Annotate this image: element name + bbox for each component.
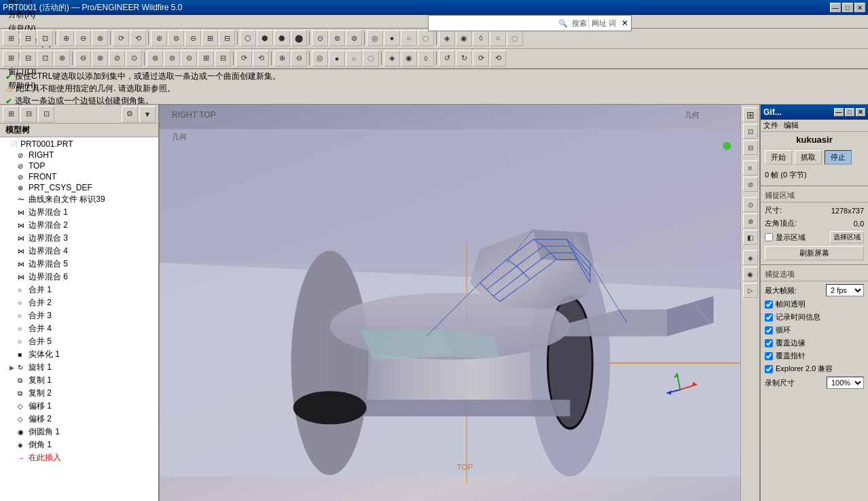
toolbar2-btn-29[interactable]: ◊ — [418, 50, 434, 67]
tree-item-17[interactable]: ■实体化 1 — [1, 348, 157, 361]
rp-menu-edit[interactable]: 编辑 — [784, 120, 799, 131]
tree-item-19[interactable]: ⧉复制 1 — [1, 374, 157, 387]
search-icon[interactable]: 🔍 — [556, 19, 571, 28]
rp-select-area-btn[interactable]: 选择区域 — [830, 231, 864, 243]
rp-record-size-select[interactable]: 100%75%50% — [827, 377, 864, 389]
rtb-btn-6[interactable]: ⊙ — [743, 197, 758, 212]
rp-loop-checkbox[interactable] — [765, 326, 773, 334]
toolbar1-btn-9[interactable]: ⟲ — [130, 30, 146, 46]
tree-item-10[interactable]: ⋈边界混合 5 — [1, 258, 157, 271]
rp-pause-btn[interactable]: 抓取 — [795, 150, 822, 165]
rp-refresh-btn[interactable]: 刷新屏幕 — [765, 246, 864, 260]
toolbar1-btn-20[interactable]: ⬤ — [291, 30, 307, 46]
rtb-btn-10[interactable]: ◉ — [743, 266, 758, 281]
rp-timestamp-checkbox[interactable] — [765, 313, 773, 322]
close-button[interactable]: ✕ — [854, 3, 865, 12]
rp-show-area-checkbox[interactable] — [765, 233, 773, 241]
tree-item-6[interactable]: ⋈边界混合 1 — [1, 206, 157, 219]
viewport[interactable]: TOP 几何 RIGHT TOP 几何 — [160, 105, 740, 501]
toolbar1-btn-14[interactable]: ⊞ — [202, 30, 218, 46]
toolbar2-btn-12[interactable]: ⊝ — [181, 50, 197, 67]
toolbar1-btn-17[interactable]: ⬡ — [240, 30, 256, 46]
rp-menu-file[interactable]: 文件 — [763, 120, 778, 131]
rtb-btn-9[interactable]: ◈ — [743, 250, 758, 265]
toolbar2-btn-2[interactable]: ⊡ — [37, 50, 53, 67]
rtb-btn-8[interactable]: ◧ — [743, 230, 758, 245]
toolbar2-btn-27[interactable]: ◈ — [384, 50, 400, 67]
rp-fps-select[interactable]: 2 fps5 fps10 fps — [826, 284, 864, 296]
toolbar1-btn-4[interactable]: ⊕ — [58, 30, 74, 46]
rp-start-btn[interactable]: 开始 — [765, 150, 792, 165]
tree-item-21[interactable]: ◇偏移 1 — [1, 400, 157, 413]
sidebar-menu-btn[interactable]: ▼ — [139, 106, 156, 122]
toolbar2-btn-19[interactable]: ⊕ — [274, 50, 290, 67]
toolbar2-btn-23[interactable]: ● — [329, 50, 345, 67]
toolbar1-btn-1[interactable]: ⊟ — [20, 30, 36, 46]
rtb-btn-11[interactable]: ▷ — [743, 283, 758, 298]
toolbar2-btn-25[interactable]: ◌ — [363, 50, 379, 67]
rp-stop-btn[interactable]: 停止 — [825, 150, 852, 165]
tree-item-1[interactable]: ⊘RIGHT — [1, 150, 157, 160]
rtb-btn-7[interactable]: ⊛ — [743, 213, 758, 228]
toolbar2-btn-3[interactable]: ⊕ — [54, 50, 70, 67]
toolbar1-btn-32[interactable]: ◉ — [456, 30, 472, 46]
tree-item-8[interactable]: ⋈边界混合 3 — [1, 232, 157, 245]
toolbar1-btn-31[interactable]: ◈ — [439, 30, 455, 46]
rp-cover-pointer-checkbox[interactable] — [765, 352, 773, 360]
toolbar1-btn-6[interactable]: ⊗ — [92, 30, 108, 46]
toolbar2-btn-24[interactable]: ○ — [346, 50, 362, 67]
tree-item-9[interactable]: ⋈边界混合 4 — [1, 245, 157, 258]
toolbar1-btn-12[interactable]: ⊜ — [168, 30, 184, 46]
menu-item-4[interactable]: 分析(A) — [3, 7, 57, 22]
toolbar2-btn-7[interactable]: ⊘ — [109, 50, 125, 67]
toolbar2-btn-22[interactable]: ◎ — [312, 50, 328, 67]
tree-item-0[interactable]: 📄PRT0001.PRT — [1, 139, 157, 150]
tree-item-22[interactable]: ◇偏移 2 — [1, 413, 157, 426]
toolbar2-btn-0[interactable]: ⊞ — [3, 50, 19, 67]
tree-item-7[interactable]: ⋈边界混合 2 — [1, 219, 157, 232]
maximize-button[interactable]: □ — [842, 3, 853, 12]
tree-item-24[interactable]: ◈倒角 1 — [1, 438, 157, 451]
search-close-icon[interactable]: ✕ — [619, 18, 631, 28]
tree-item-5[interactable]: 〜曲线来自文件 标识39 — [1, 193, 157, 206]
search-input[interactable]: 1qe 2qej — [429, 18, 556, 28]
toolbar1-btn-8[interactable]: ⟳ — [113, 30, 129, 46]
tree-item-11[interactable]: ⋈边界混合 6 — [1, 271, 157, 283]
tree-item-20[interactable]: ⧉复制 2 — [1, 387, 157, 400]
rp-transparent-checkbox[interactable] — [765, 300, 773, 309]
toolbar2-btn-6[interactable]: ⊗ — [92, 50, 108, 67]
toolbar1-btn-23[interactable]: ⊚ — [329, 30, 345, 46]
toolbar1-btn-13[interactable]: ⊝ — [185, 30, 201, 46]
toolbar1-btn-29[interactable]: ◌ — [418, 30, 434, 46]
expand-icon[interactable]: ▶ — [10, 364, 16, 371]
toolbar1-btn-26[interactable]: ◎ — [367, 30, 383, 46]
toolbar2-btn-11[interactable]: ⊜ — [164, 50, 180, 67]
rtb-btn-5[interactable]: ⊘ — [743, 177, 758, 192]
sidebar-tb-btn-3[interactable]: ⊡ — [38, 106, 54, 122]
rp-close-btn[interactable]: ✕ — [856, 108, 865, 116]
tree-item-15[interactable]: ○合并 4 — [1, 322, 157, 335]
toolbar2-btn-16[interactable]: ⟳ — [236, 50, 252, 67]
rp-minimize-btn[interactable]: — — [834, 108, 844, 116]
rtb-btn-1[interactable]: ⊞ — [743, 107, 758, 122]
tree-item-2[interactable]: ⊘TOP — [1, 160, 157, 171]
toolbar2-btn-5[interactable]: ⊖ — [75, 50, 91, 67]
toolbar2-btn-8[interactable]: ⊙ — [126, 50, 142, 67]
toolbar2-btn-13[interactable]: ⊞ — [198, 50, 214, 67]
toolbar1-btn-18[interactable]: ⬢ — [257, 30, 273, 46]
toolbar1-btn-24[interactable]: ⊛ — [346, 30, 362, 46]
toolbar1-btn-28[interactable]: ○ — [401, 30, 417, 46]
toolbar2-btn-32[interactable]: ↻ — [456, 50, 472, 67]
toolbar2-btn-17[interactable]: ⟲ — [253, 50, 269, 67]
toolbar1-btn-19[interactable]: ⬣ — [274, 30, 290, 46]
tree-item-25[interactable]: →在此插入 — [1, 451, 157, 464]
rtb-btn-4[interactable]: ≡ — [743, 160, 758, 175]
sidebar-tb-btn-2[interactable]: ⊟ — [20, 106, 37, 122]
toolbar1-btn-11[interactable]: ⊛ — [151, 30, 167, 46]
toolbar2-btn-20[interactable]: ⊖ — [291, 50, 307, 67]
minimize-button[interactable]: — — [830, 3, 841, 12]
toolbar2-btn-34[interactable]: ⟲ — [490, 50, 506, 67]
toolbar1-btn-27[interactable]: ● — [384, 30, 400, 46]
rp-cover-edge-checkbox[interactable] — [765, 339, 773, 347]
tree-item-3[interactable]: ⊘FRONT — [1, 171, 157, 182]
